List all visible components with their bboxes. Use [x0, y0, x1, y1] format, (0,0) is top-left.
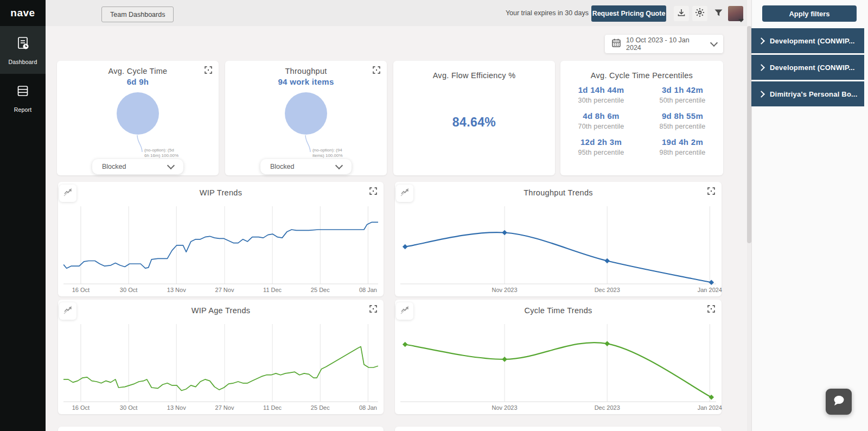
cycle-time-pie-chart[interactable] [117, 92, 159, 135]
x-tick-label: 08 Jan [359, 404, 377, 411]
chart-title: Cycle Time Trends [395, 306, 722, 315]
request-pricing-quote-button[interactable]: Request Pricing Quote [591, 5, 666, 22]
pie-callout-line [136, 135, 144, 153]
wip-trends-chart[interactable] [63, 206, 378, 286]
apply-filters-button[interactable]: Apply filters [762, 5, 857, 22]
date-range-label: 10 Oct 2023 - 10 Jan 2024 [626, 36, 706, 52]
sidebar-item-label: Dashboard [8, 59, 37, 65]
card-title: Avg. Cycle Time [57, 67, 219, 75]
x-tick-label: 13 Nov [167, 287, 186, 293]
x-tick-label: 08 Jan [359, 287, 377, 293]
x-axis-ticks: Nov 2023Dec 2023Jan 2024 [400, 404, 716, 412]
throughput-pie-chart[interactable] [285, 92, 327, 135]
throughput-value: 94 work items [225, 77, 387, 86]
flow-efficiency-card: Avg. Flow Efficiency % 84.64% [393, 61, 555, 175]
throughput-trends-chart[interactable] [400, 206, 716, 286]
team-dashboards-button[interactable]: Team Dashboards [101, 7, 174, 22]
data-point-marker [502, 230, 507, 236]
card-title: Avg. Cycle Time Percentiles [560, 71, 723, 80]
x-tick-label: 13 Nov [167, 404, 186, 411]
chat-bubble-icon [832, 394, 846, 410]
filter-button[interactable] [711, 6, 726, 21]
chevron-down-icon [167, 162, 175, 169]
x-tick-label: 11 Dec [263, 404, 282, 411]
fullscreen-icon[interactable] [369, 305, 377, 313]
x-tick-label: 27 Nov [215, 287, 234, 293]
sidebar-item-report[interactable]: Report [0, 74, 46, 122]
user-avatar[interactable] [728, 6, 743, 21]
cycle-time-trends-card: Cycle Time Trends Nov 2023Dec 2023Jan 20… [395, 300, 722, 414]
throughput-card: Throughput 94 work items (no-option): (9… [225, 61, 387, 175]
x-tick-label: Jan 2024 [698, 287, 722, 293]
blocked-dropdown[interactable]: Blocked [92, 159, 183, 174]
chat-launcher-button[interactable] [826, 389, 852, 415]
x-tick-label: 25 Dec [311, 287, 330, 293]
fullscreen-icon[interactable] [707, 305, 715, 313]
x-tick-label: Jan 2024 [698, 404, 722, 411]
report-icon [15, 83, 31, 102]
card-title: Throughput [225, 67, 387, 75]
filter-icon [714, 8, 723, 20]
board-accordion-development-2[interactable]: Development (CONWIP... [751, 55, 864, 80]
data-point-marker [403, 342, 408, 347]
wip-age-trends-chart[interactable] [63, 324, 378, 403]
x-tick-label: 25 Dec [311, 404, 330, 411]
data-point-marker [604, 258, 610, 264]
sidebar-item-label: Report [14, 106, 32, 113]
fullscreen-icon[interactable] [205, 66, 212, 74]
avg-cycle-time-card: Avg. Cycle Time 6d 9h (no-option): (5d 6… [57, 61, 219, 175]
download-button[interactable] [674, 6, 689, 21]
x-tick-label: 16 Oct [72, 404, 90, 411]
fullscreen-icon[interactable] [373, 66, 380, 74]
next-row-card-peek [58, 427, 384, 431]
avg-cycle-time-value: 6d 9h [57, 77, 219, 86]
x-axis-ticks: Nov 2023Dec 2023Jan 2024 [400, 287, 716, 294]
board-label: Development (CONWIP... [770, 64, 855, 72]
top-header: Team Dashboards Your trial expires in 30… [46, 0, 747, 26]
fullscreen-icon[interactable] [369, 187, 377, 195]
trial-expiry-text: Your trial expires in 30 days [506, 9, 589, 17]
x-tick-label: Dec 2023 [595, 287, 620, 293]
board-accordion-development-1[interactable]: Development (CONWIP... [751, 28, 864, 53]
settings-button[interactable] [692, 6, 707, 21]
board-accordion-personal-board[interactable]: Dimitriya's Personal Bo... [751, 81, 864, 106]
data-point-marker [604, 341, 610, 346]
left-sidebar: nave Dashboard Report [0, 0, 46, 431]
x-tick-label: Dec 2023 [595, 404, 620, 411]
sidebar-item-dashboard[interactable]: Dashboard [0, 26, 46, 74]
calendar-icon [611, 38, 621, 50]
x-tick-label: 27 Nov [215, 404, 234, 411]
settings-gear-icon [695, 8, 705, 20]
percentile-item: 9d 8h 55m85th percentile [642, 111, 723, 130]
x-axis-ticks: 16 Oct30 Oct13 Nov27 Nov11 Dec25 Dec08 J… [63, 404, 378, 412]
x-tick-label: 30 Oct [120, 404, 137, 411]
pie-slice-label: (no-option): (94 items) 100.00% [312, 148, 354, 159]
pie-slice-label: (no-option): (5d 6h 16m) 100.00% [144, 148, 186, 159]
throughput-trends-card: Throughput Trends Nov 2023Dec 2023Jan 20… [395, 182, 722, 296]
data-point-marker [502, 357, 507, 362]
x-tick-label: 11 Dec [263, 287, 282, 293]
cycle-time-percentiles-card: Avg. Cycle Time Percentiles 1d 14h 44m30… [560, 61, 723, 175]
x-tick-label: 16 Oct [72, 287, 90, 293]
cycle-time-trends-chart[interactable] [400, 324, 716, 403]
fullscreen-icon[interactable] [707, 187, 715, 195]
chevron-right-icon [758, 37, 765, 45]
nave-logo: nave [0, 0, 46, 26]
board-label: Development (CONWIP... [770, 37, 855, 45]
chart-title: Throughput Trends [395, 188, 722, 197]
x-tick-label: 30 Oct [120, 287, 137, 293]
chevron-down-icon [710, 39, 718, 47]
nave-dashboard-app: nave Dashboard Report [0, 0, 868, 431]
main-scrollbar-thumb[interactable] [747, 26, 751, 243]
chevron-right-icon [758, 64, 765, 71]
wip-age-trends-card: WIP Age Trends 16 Oct30 Oct13 Nov27 Nov1… [58, 300, 384, 414]
next-row-card-peek [395, 427, 722, 431]
date-range-picker[interactable]: 10 Oct 2023 - 10 Jan 2024 [605, 35, 723, 53]
pie-callout-line [304, 135, 312, 153]
dashboard-clock-icon [15, 35, 31, 54]
wip-trends-card: WIP Trends 16 Oct30 Oct13 Nov27 Nov11 De… [58, 182, 384, 296]
percentile-item: 1d 14h 44m30th percentile [560, 85, 642, 104]
x-tick-label: Nov 2023 [492, 287, 518, 293]
blocked-dropdown[interactable]: Blocked [260, 159, 352, 174]
chevron-down-icon [335, 162, 343, 169]
